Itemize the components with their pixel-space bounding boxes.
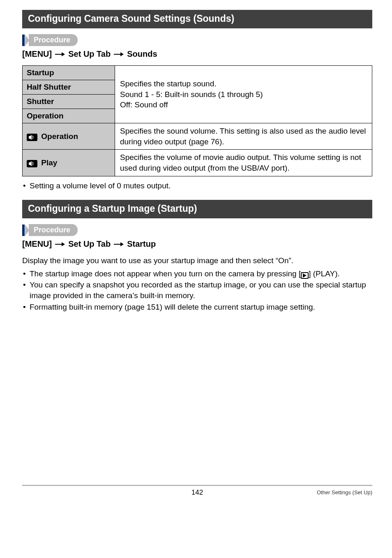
menupath-part: Set Up Tab xyxy=(68,239,111,249)
cell-operation-volume-desc: Specifies the sound volume. This setting… xyxy=(115,123,372,150)
page-number: 142 xyxy=(191,489,203,497)
list-item: Formatting built-in memory (page 151) wi… xyxy=(22,302,372,313)
cell-sound-description: Specifies the startup sound. Sound 1 - 5… xyxy=(115,66,372,123)
speaker-icon xyxy=(27,160,37,167)
play-button-icon xyxy=(301,272,309,279)
procedure-vbar xyxy=(22,35,25,46)
cell-play-volume-desc: Specifies the volume of movie audio outp… xyxy=(115,150,372,176)
speaker-icon xyxy=(27,134,37,141)
table-row: Startup Specifies the startup sound. Sou… xyxy=(23,66,372,80)
desc-line: Specifies the startup sound. xyxy=(120,79,216,88)
row-header-text: Operation xyxy=(41,132,78,141)
row-header-operation: Operation xyxy=(23,109,115,123)
menu-path-sounds: [MENU] Set Up Tab Sounds xyxy=(22,49,372,59)
svg-marker-3 xyxy=(120,52,124,56)
list-item: The startup image does not appear when y… xyxy=(22,269,372,279)
desc-line: Sound 1 - 5: Built-in sounds (1 through … xyxy=(120,90,263,99)
menupath-part: Sounds xyxy=(127,49,157,59)
row-header-operation-volume: Operation xyxy=(23,123,115,150)
row-header-text: Play xyxy=(41,158,57,167)
menupath-part: Startup xyxy=(127,239,156,249)
intro-text: Display the image you want to use as you… xyxy=(22,255,372,266)
table-row: Play Specifies the volume of movie audio… xyxy=(23,150,372,176)
bullet-list: The startup image does not appear when y… xyxy=(22,269,372,313)
section-heading-sounds: Configuring Camera Sound Settings (Sound… xyxy=(22,10,372,28)
svg-marker-4 xyxy=(29,135,32,140)
procedure-vbar xyxy=(22,225,25,236)
svg-marker-9 xyxy=(120,242,124,246)
procedure-row: Procedure xyxy=(22,224,372,236)
procedure-label: Procedure xyxy=(29,34,78,46)
page-footer: 142 Other Settings (Set Up) xyxy=(22,485,372,499)
play-triangle-icon xyxy=(303,273,307,278)
arrow-right-icon xyxy=(114,51,124,57)
menupath-part: Set Up Tab xyxy=(68,49,111,59)
bullet-text-a: The startup image does not appear when y… xyxy=(30,269,301,278)
row-header-startup: Startup xyxy=(23,66,115,80)
menupath-part: [MENU] xyxy=(22,239,52,249)
svg-marker-1 xyxy=(62,52,65,56)
table-row: Operation Specifies the sound volume. Th… xyxy=(23,123,372,150)
arrow-right-icon xyxy=(55,241,65,247)
notes-list: Setting a volume level of 0 mutes output… xyxy=(22,181,372,191)
list-item: You can specify a snapshot you recorded … xyxy=(22,280,372,301)
menu-path-startup: [MENU] Set Up Tab Startup xyxy=(22,239,372,249)
bullet-text-b: ] (PLAY). xyxy=(309,269,340,278)
row-header-shutter: Shutter xyxy=(23,95,115,109)
settings-table: Startup Specifies the startup sound. Sou… xyxy=(22,65,372,176)
arrow-right-icon xyxy=(55,51,65,57)
procedure-row: Procedure xyxy=(22,34,372,46)
footer-section-label: Other Settings (Set Up) xyxy=(317,489,372,495)
svg-marker-5 xyxy=(29,161,32,166)
arrow-right-icon xyxy=(114,241,124,247)
row-header-half-shutter: Half Shutter xyxy=(23,80,115,95)
list-item: Setting a volume level of 0 mutes output… xyxy=(22,181,372,191)
menupath-part: [MENU] xyxy=(22,49,52,59)
section-heading-startup: Configuring a Startup Image (Startup) xyxy=(22,200,372,218)
procedure-label: Procedure xyxy=(29,224,78,236)
row-header-play-volume: Play xyxy=(23,150,115,176)
desc-line: Off: Sound off xyxy=(120,100,168,109)
svg-marker-7 xyxy=(62,242,65,246)
